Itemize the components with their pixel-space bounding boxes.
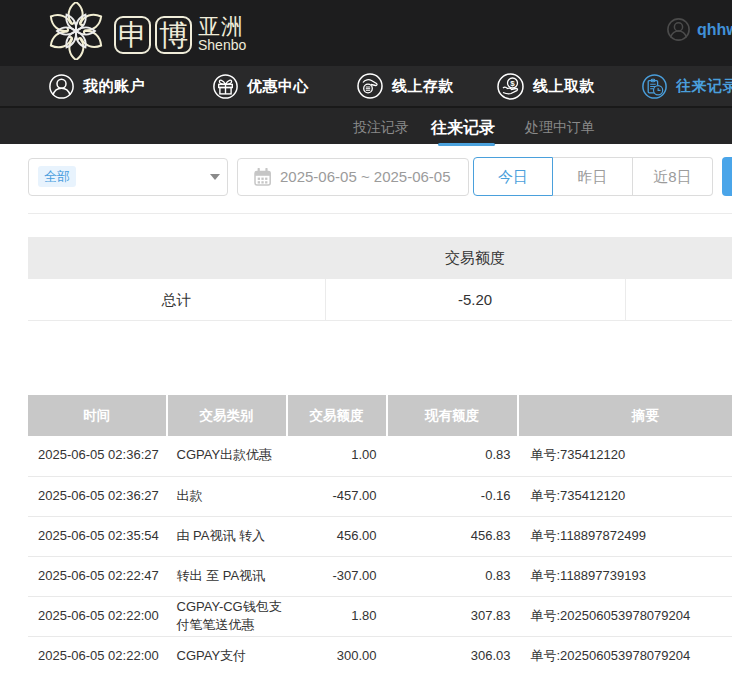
- svg-text:$: $: [510, 79, 515, 88]
